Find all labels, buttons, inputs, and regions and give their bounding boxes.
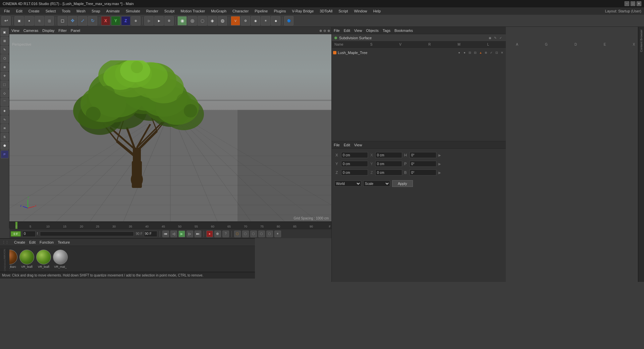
tool-mesh[interactable]: ⊞ <box>1 37 9 45</box>
pb-play-forward[interactable]: ▶ <box>178 231 185 237</box>
frame-end-input[interactable] <box>144 231 157 237</box>
obj-menu-file[interactable]: File <box>334 29 340 33</box>
menu-edit[interactable]: Edit <box>13 8 25 14</box>
render-region-button[interactable]: ▷ <box>144 16 154 26</box>
mat-menu-create[interactable]: Create <box>14 240 25 244</box>
coord-p-input[interactable] <box>410 161 436 167</box>
obj-menu-view[interactable]: View <box>354 29 362 33</box>
menu-motion-tracker[interactable]: Motion Tracker <box>178 8 208 14</box>
obj-status-dash2[interactable]: ⊟ <box>473 50 478 55</box>
obj-status-dot2[interactable]: ● <box>462 50 467 55</box>
material-item-leaf1[interactable]: VR_leafl <box>19 250 34 268</box>
vray-material-button[interactable]: ◉ <box>251 16 260 26</box>
menu-character[interactable]: Character <box>230 8 251 14</box>
obj-status-dash1[interactable]: ⊟ <box>468 50 472 55</box>
pb-record[interactable]: ● <box>206 231 213 237</box>
viewport-menu-filter[interactable]: Filter <box>58 29 66 33</box>
menu-pipeline[interactable]: Pipeline <box>252 8 270 14</box>
mat-menu-texture[interactable]: Texture <box>58 240 70 244</box>
sdiv-icon-2[interactable]: ✎ <box>493 36 498 40</box>
viewport-icon-fullscreen[interactable]: ⊗ <box>327 29 330 33</box>
vray-render-button[interactable]: V <box>231 16 240 26</box>
render-view-button[interactable]: ▶ <box>154 16 164 26</box>
display-mode-5[interactable]: ◍ <box>218 16 227 26</box>
display-mode-2[interactable]: ◎ <box>187 16 197 26</box>
tool-primitives[interactable]: ◇ <box>1 89 9 97</box>
tool-effectors[interactable]: ◈ <box>1 107 9 115</box>
tool-py[interactable]: P <box>1 150 9 158</box>
coord-y2-input[interactable] <box>375 161 402 167</box>
tool-hair[interactable]: ≋ <box>1 124 9 132</box>
pb-key-2[interactable]: ⬡ <box>242 231 249 237</box>
viewport-menu-view[interactable]: View <box>11 29 19 33</box>
attr-menu-file[interactable]: File <box>334 143 340 147</box>
mat-menu-edit[interactable]: Edit <box>29 240 36 244</box>
material-item-mat[interactable]: VR_mat_ <box>53 250 68 268</box>
obj-menu-tags[interactable]: Tags <box>383 29 390 33</box>
tool-model[interactable]: ▣ <box>1 28 9 36</box>
canvas-area[interactable]: Y X Z Perspective Grid Spacing : 1000 cm <box>9 34 331 221</box>
pb-auto-key[interactable]: ⬟ <box>214 231 221 237</box>
coord-x2-input[interactable] <box>375 152 402 158</box>
coord-b-input[interactable] <box>410 169 436 176</box>
attr-menu-edit[interactable]: Edit <box>344 143 350 147</box>
undo-button[interactable]: ↩ <box>1 16 11 26</box>
viewport-icon-lock[interactable]: ⊖ <box>323 29 326 33</box>
mode-edges-button[interactable]: ⎗ <box>35 16 44 26</box>
pb-goto-start[interactable]: ⏮ <box>162 231 169 237</box>
menu-create[interactable]: Create <box>26 8 42 14</box>
render-settings-button[interactable]: ⚙ <box>164 16 174 26</box>
menu-mograph[interactable]: MoGraph <box>208 8 229 14</box>
object-row-maple-tree[interactable]: Lush_Maple_Tree ● ● ⊟ ⊟ ▲ ⊕ ✓ ⊡ ✕ <box>332 49 506 56</box>
menu-snap[interactable]: Snap <box>89 8 103 14</box>
tool-axes[interactable]: ✛ <box>1 72 9 80</box>
viewport-menu-cameras[interactable]: Cameras <box>23 29 39 33</box>
coord-world-select[interactable]: World Object Camera <box>334 181 361 187</box>
content-browser-tab[interactable]: Content Browser <box>640 28 643 53</box>
pb-goto-end[interactable]: ⏭ <box>195 231 201 237</box>
obj-tag-1[interactable]: ▲ <box>478 50 483 55</box>
menu-help[interactable]: Help <box>371 8 384 14</box>
obj-tag-4[interactable]: ⊡ <box>494 50 499 55</box>
coord-y-arrow[interactable]: ▶ <box>438 162 445 166</box>
display-mode-1[interactable]: ◉ <box>177 16 187 26</box>
scale-tool-button[interactable]: ⤢ <box>78 16 87 26</box>
snap-button[interactable]: 🔵 <box>284 16 293 26</box>
obj-menu-edit[interactable]: Edit <box>344 29 350 33</box>
menu-3dtoall[interactable]: 3DToAll <box>317 8 335 14</box>
z-axis-button[interactable]: Z <box>121 16 130 26</box>
rotate-tool-button[interactable]: ↻ <box>88 16 97 26</box>
menu-mesh[interactable]: Mesh <box>74 8 88 14</box>
sdiv-icon-1[interactable]: ◉ <box>488 36 492 40</box>
sdiv-icon-3[interactable]: ✓ <box>498 36 503 40</box>
tool-sketch[interactable]: S <box>1 133 9 141</box>
mat-menu-function[interactable]: Function <box>40 240 54 244</box>
coord-z-arrow[interactable]: ▶ <box>438 171 445 174</box>
coord-x-input[interactable] <box>341 152 368 158</box>
mode-objects-button[interactable]: ▣ <box>14 16 24 26</box>
menu-animate[interactable]: Animate <box>104 8 122 14</box>
tool-layout[interactable]: ⬚ <box>1 81 9 89</box>
menu-render[interactable]: Render <box>144 8 161 14</box>
coord-z-input[interactable] <box>341 169 368 176</box>
coord-scale-select[interactable]: Scale Size <box>363 181 390 187</box>
move-tool-button[interactable]: ✥ <box>68 16 77 26</box>
world-button[interactable]: ⊕ <box>131 16 141 26</box>
minimize-button[interactable]: − <box>625 1 629 6</box>
tool-paint[interactable]: ✎ <box>1 46 9 54</box>
coord-x-arrow[interactable]: ▶ <box>438 153 445 157</box>
pb-key-3[interactable]: ⬡ <box>250 231 257 237</box>
coord-y-input[interactable] <box>341 161 368 167</box>
menu-file[interactable]: File <box>1 8 13 14</box>
pb-motion-track[interactable]: ? <box>222 231 229 237</box>
close-button[interactable]: ✕ <box>637 1 641 6</box>
pb-key-1[interactable]: ⬡ <box>234 231 241 237</box>
pb-key-4[interactable]: ⬡ <box>258 231 265 237</box>
obj-tag-3[interactable]: ✓ <box>489 50 494 55</box>
tool-snap[interactable]: ⊕ <box>1 63 9 71</box>
tool-spline[interactable]: ∿ <box>1 115 9 123</box>
attr-menu-view[interactable]: View <box>354 143 362 147</box>
menu-plugins[interactable]: Plugins <box>271 8 288 14</box>
menu-vray-bridge[interactable]: V-Ray Bridge <box>289 8 317 14</box>
obj-menu-objects[interactable]: Objects <box>366 29 378 33</box>
